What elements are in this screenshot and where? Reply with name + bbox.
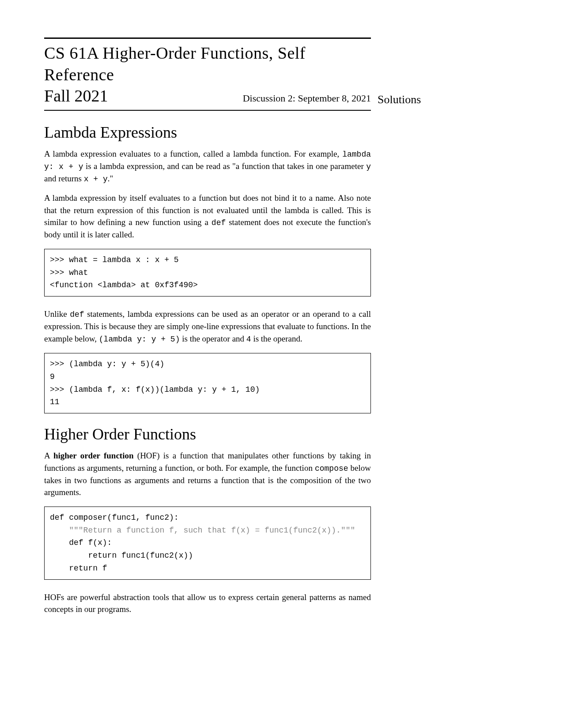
code-line: def composer(func1, func2): bbox=[50, 513, 179, 522]
text-span: and returns bbox=[44, 174, 84, 183]
code-block-1: >>> what = lambda x : x + 5 >>> what <fu… bbox=[44, 249, 371, 296]
text-span: is the operator and bbox=[180, 334, 246, 343]
code-line: def f(x): bbox=[50, 538, 112, 547]
text-span: is the operand. bbox=[251, 334, 302, 343]
text-span: A lambda expression evaluates to a funct… bbox=[44, 149, 342, 158]
section1-para3: Unlike def statements, lambda expression… bbox=[44, 308, 371, 345]
discussion-label: Discussion 2: September 8, 2021 bbox=[243, 93, 371, 104]
section2-title: Higher Order Functions bbox=[44, 425, 371, 443]
inline-code: 4 bbox=[246, 335, 251, 344]
inline-code: compose bbox=[315, 464, 348, 473]
header-bottom-row: Fall 2021 Discussion 2: September 8, 202… bbox=[44, 86, 371, 105]
page-root: CS 61A Higher-Order Functions, Self Refe… bbox=[44, 38, 519, 615]
bold-term: higher order function bbox=[53, 451, 134, 460]
code-docstring: """Return a function f, such that f(x) =… bbox=[50, 526, 355, 535]
solutions-label: Solutions bbox=[378, 93, 421, 106]
document-header: CS 61A Higher-Order Functions, Self Refe… bbox=[44, 38, 371, 111]
code-block-3: def composer(func1, func2): """Return a … bbox=[44, 507, 371, 580]
inline-code: def bbox=[212, 218, 226, 227]
inline-code: y bbox=[366, 162, 371, 171]
section2-para1: A higher order function (HOF) is a funct… bbox=[44, 450, 371, 499]
term-label: Fall 2021 bbox=[44, 86, 108, 105]
section1-title: Lambda Expressions bbox=[44, 123, 371, 142]
section1-para2: A lambda expression by itself evaluates … bbox=[44, 192, 371, 241]
text-span: ." bbox=[108, 174, 113, 183]
code-line: return func1(func2(x)) bbox=[50, 551, 193, 560]
inline-code: (lambda y: y + 5) bbox=[99, 335, 180, 344]
course-title: CS 61A Higher-Order Functions, Self Refe… bbox=[44, 42, 371, 86]
code-line: return f bbox=[50, 564, 107, 573]
inline-code: def bbox=[70, 310, 84, 319]
section1-para1: A lambda expression evaluates to a funct… bbox=[44, 148, 371, 185]
header-wrap: CS 61A Higher-Order Functions, Self Refe… bbox=[44, 38, 519, 111]
content-block: Lambda Expressions A lambda expression e… bbox=[44, 123, 371, 615]
inline-code: x + y bbox=[84, 175, 108, 184]
text-span: A bbox=[44, 451, 53, 460]
text-span: is a lambda expression, and can be read … bbox=[83, 161, 366, 171]
section2-para2: HOFs are powerful abstraction tools that… bbox=[44, 591, 371, 615]
code-block-2: >>> (lambda y: y + 5)(4) 9 >>> (lambda f… bbox=[44, 353, 371, 413]
text-span: Unlike bbox=[44, 309, 70, 319]
